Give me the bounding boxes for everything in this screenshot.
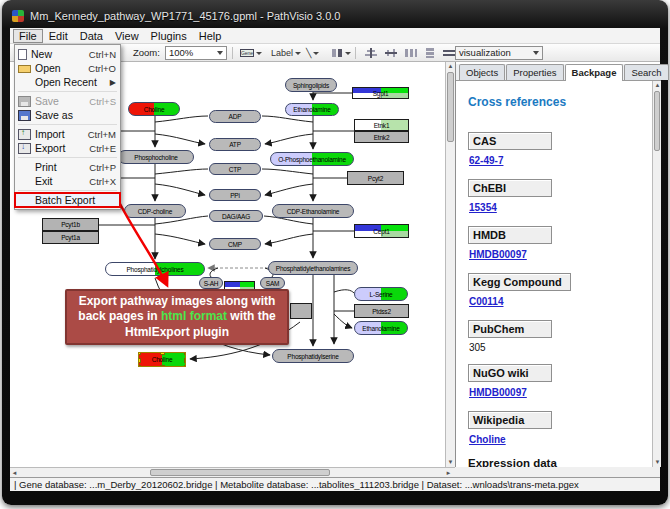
file-menu-item-save-as[interactable]: Save as bbox=[15, 108, 120, 122]
screenshot-stage: Mm_Kennedy_pathway_WP1771_45176.gpml - P… bbox=[0, 0, 670, 509]
menu-separator bbox=[18, 190, 117, 191]
selection-handle[interactable] bbox=[160, 352, 165, 355]
menubar-item-help[interactable]: Help bbox=[193, 29, 228, 43]
pathway-node-sam[interactable]: SAM bbox=[260, 277, 285, 289]
zoom-combobox[interactable]: 100% bbox=[165, 46, 227, 60]
file-menu-item-print[interactable]: PrintCtrl+P bbox=[15, 160, 120, 174]
pathway-node-phosphocholine[interactable]: Phosphocholine bbox=[118, 150, 194, 164]
pathway-node-adp[interactable]: ADP bbox=[209, 110, 261, 123]
xref-link[interactable]: Choline bbox=[469, 434, 506, 445]
pathway-node-sgpl1[interactable]: Sgpl1 bbox=[352, 87, 409, 99]
new-label-button[interactable]: Label bbox=[268, 46, 304, 60]
file-menu-item-label: Batch Export bbox=[35, 194, 95, 206]
pathway-node-s-ah[interactable]: S-AH bbox=[199, 277, 223, 289]
xref-link[interactable]: 15354 bbox=[469, 202, 497, 213]
pathway-node-atp[interactable]: ATP bbox=[209, 138, 261, 151]
align-center-button[interactable] bbox=[362, 46, 380, 60]
selection-handle[interactable] bbox=[160, 365, 165, 367]
pathway-node-label: Choline bbox=[152, 356, 173, 363]
selection-handle[interactable] bbox=[184, 358, 186, 363]
file-menu-item-open[interactable]: OpenCtrl+O bbox=[15, 61, 120, 75]
pathway-node-cmp[interactable]: CMP bbox=[209, 238, 261, 250]
menubar-item-data[interactable]: Data bbox=[74, 29, 109, 43]
tab-objects[interactable]: Objects bbox=[459, 64, 505, 80]
tab-backpage[interactable]: Backpage bbox=[565, 64, 624, 81]
file-menu-item-batch-export[interactable]: Batch Export bbox=[15, 193, 120, 207]
pathway-node-ptdss1[interactable] bbox=[290, 303, 312, 319]
file-menu-item-import[interactable]: ImportCtrl+M bbox=[15, 127, 120, 141]
scroll-down-icon[interactable]: ▼ bbox=[446, 458, 455, 467]
window-title: Mm_Kennedy_pathway_WP1771_45176.gpml - P… bbox=[30, 10, 340, 22]
pathway-node-etnk1[interactable]: Etnk1 bbox=[354, 119, 409, 131]
menubar-item-plugins[interactable]: Plugins bbox=[145, 29, 193, 43]
pathway-node-ethanolamine-2[interactable]: Ethanolamine bbox=[354, 321, 408, 335]
distribute-horizontal-button[interactable] bbox=[402, 46, 420, 60]
scrollbar-thumb[interactable] bbox=[447, 72, 454, 142]
pathway-node-etnk2[interactable]: Etnk2 bbox=[354, 131, 409, 143]
xref-link[interactable]: HMDB00097 bbox=[469, 387, 527, 398]
canvas-vertical-scrollbar[interactable]: ▲ ▼ bbox=[445, 62, 455, 467]
shortcut-label: Ctrl+E bbox=[89, 143, 116, 154]
pathway-node-cept1[interactable]: Cept1 bbox=[354, 224, 409, 238]
scroll-up-icon[interactable]: ▲ bbox=[446, 62, 455, 71]
scrollbar-thumb[interactable] bbox=[150, 469, 330, 476]
pathway-node-choline-selected[interactable]: Choline bbox=[138, 352, 186, 367]
pathway-node-pcyt1a[interactable]: Pcyt1a bbox=[42, 231, 99, 244]
file-menu-item-new[interactable]: NewCtrl+N bbox=[15, 47, 120, 61]
zoom-value: 100% bbox=[169, 47, 193, 58]
selection-handle[interactable] bbox=[138, 352, 141, 355]
pathway-node-cdp-choline[interactable]: CDP-choline bbox=[124, 204, 186, 218]
menubar-item-view[interactable]: View bbox=[109, 29, 145, 43]
pathway-node-ppi[interactable]: PPi bbox=[209, 189, 261, 201]
xref-link[interactable]: HMDB00097 bbox=[469, 249, 527, 260]
titlebar-drag-area[interactable]: Mm_Kennedy_pathway_WP1771_45176.gpml - P… bbox=[12, 6, 658, 26]
scroll-down-icon[interactable]: ▼ bbox=[653, 458, 662, 467]
xref-source-name: ChEBI bbox=[468, 179, 552, 197]
menubar-item-file[interactable]: File bbox=[13, 29, 43, 43]
selection-handle[interactable] bbox=[138, 358, 141, 363]
file-menu-item-label: Export bbox=[35, 142, 65, 154]
distribute-vertical-button[interactable] bbox=[422, 46, 440, 60]
align-center-icon bbox=[365, 48, 377, 58]
pathway-node-ethanolamine[interactable]: Ethanolamine bbox=[285, 103, 339, 116]
xref-link[interactable]: C00114 bbox=[469, 296, 503, 307]
xref-source-name: PubChem bbox=[468, 320, 552, 338]
pathway-node-pcyt2[interactable]: Pcyt2 bbox=[347, 171, 404, 185]
selection-handle[interactable] bbox=[138, 365, 141, 367]
xref-value: 305 bbox=[469, 342, 646, 353]
selection-handle[interactable] bbox=[184, 352, 186, 355]
tab-properties[interactable]: Properties bbox=[506, 64, 563, 80]
canvas-horizontal-scrollbar[interactable]: ◄ ► bbox=[10, 467, 455, 477]
pathway-node-ctp[interactable]: CTP bbox=[209, 163, 261, 175]
pathway-node-sphingolipids[interactable]: Sphingolipids bbox=[285, 78, 337, 92]
xref-source-name: NuGO wiki bbox=[468, 364, 552, 382]
xref-link[interactable]: 62-49-7 bbox=[469, 155, 503, 166]
menubar-item-edit[interactable]: Edit bbox=[43, 29, 74, 43]
file-menu-item-save[interactable]: SaveCtrl+S bbox=[15, 94, 120, 108]
pathway-node-choline[interactable]: Choline bbox=[128, 102, 180, 116]
new-datanode-button[interactable]: Gene bbox=[237, 46, 265, 60]
file-menu-item-export[interactable]: ExportCtrl+E bbox=[15, 141, 120, 155]
pathway-node-phosphatidylethanolamines[interactable]: Phosphatidylethanolamines bbox=[268, 261, 358, 275]
pathway-node-dag-aag[interactable]: DAG/AAG bbox=[209, 210, 263, 222]
chevron-down-icon bbox=[533, 51, 539, 55]
align-middle-button[interactable] bbox=[382, 46, 400, 60]
selection-handle[interactable] bbox=[184, 365, 186, 367]
scrollbar-thumb[interactable] bbox=[654, 91, 660, 151]
file-menu-item-open-recent[interactable]: Open Recent▶ bbox=[15, 75, 120, 89]
pathway-node-o-phosphoethanolamine[interactable]: O-Phosphoethanolamine bbox=[270, 152, 354, 166]
pathway-node-cdp-ethanolamine[interactable]: CDP-Ethanolamine bbox=[272, 204, 354, 218]
pathway-node-pcyt1b[interactable]: Pcyt1b bbox=[42, 218, 99, 231]
file-menu-item-exit[interactable]: ExitCtrl+X bbox=[15, 174, 120, 188]
tab-search[interactable]: Search bbox=[624, 64, 668, 80]
pathway-node-phosphatidylserine[interactable]: Phosphatidylserine bbox=[272, 349, 354, 363]
new-line-button[interactable]: ╲ bbox=[303, 46, 322, 60]
pathway-node-l-serine[interactable]: L-Serine bbox=[354, 287, 408, 301]
scroll-up-icon[interactable]: ▲ bbox=[653, 81, 662, 90]
visualization-combobox[interactable]: visualization bbox=[455, 46, 543, 60]
pathway-node-phosphatidylcholines[interactable]: Phosphatidylcholines bbox=[105, 262, 205, 276]
new-connector-button[interactable] bbox=[328, 46, 354, 60]
pathway-node-label: Etnk1 bbox=[374, 122, 390, 129]
panel-vertical-scrollbar[interactable]: ▲ ▼ bbox=[652, 81, 661, 467]
pathway-node-ptdss2[interactable]: Ptdss2 bbox=[354, 304, 409, 318]
